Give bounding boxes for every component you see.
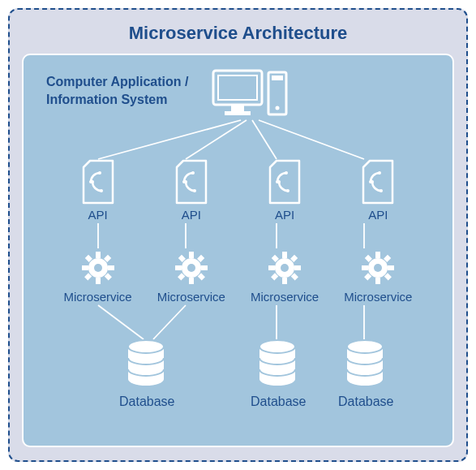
svg-point-6: [276, 106, 280, 110]
inner-panel: Computer Application / Information Syste…: [22, 54, 454, 447]
api-label: API: [368, 208, 388, 222]
svg-rect-47: [189, 278, 194, 284]
svg-line-7: [98, 120, 241, 159]
api-icon-row: [24, 159, 452, 205]
gear-icon: [147, 250, 236, 286]
svg-rect-38: [82, 265, 88, 270]
api-label: API: [182, 208, 201, 222]
svg-point-29: [285, 171, 288, 175]
api-icon: [147, 159, 236, 205]
svg-rect-48: [175, 265, 182, 270]
api-icon: [333, 159, 422, 205]
svg-rect-67: [375, 278, 380, 284]
svg-line-16: [153, 305, 186, 339]
svg-point-28: [277, 180, 281, 183]
svg-rect-58: [268, 265, 275, 270]
svg-rect-57: [282, 278, 287, 284]
svg-point-34: [380, 189, 383, 192]
svg-point-44: [94, 264, 102, 272]
microservice-label: Microservice: [344, 290, 412, 304]
svg-point-64: [281, 264, 289, 272]
database-icon: [124, 339, 168, 393]
svg-rect-3: [225, 111, 251, 115]
svg-point-24: [184, 180, 187, 183]
microservice-label: Microservice: [64, 290, 132, 304]
gear-icon: [54, 250, 143, 286]
database-icon: [343, 339, 387, 393]
outer-panel: Microservice Architecture Computer Appli…: [8, 8, 468, 462]
svg-line-8: [186, 120, 247, 159]
microservice-label: Microservice: [157, 290, 225, 304]
svg-rect-5: [272, 75, 283, 80]
svg-rect-59: [294, 265, 301, 270]
api-icon: [240, 159, 329, 205]
gear-icon: [333, 250, 422, 286]
microservice-label-row: Microservice Microservice Microservice M…: [24, 290, 452, 304]
svg-line-10: [259, 120, 364, 159]
svg-line-9: [252, 120, 277, 159]
database-icon: [255, 339, 299, 393]
svg-rect-1: [218, 75, 257, 100]
svg-point-21: [98, 171, 101, 175]
svg-rect-49: [201, 265, 208, 270]
svg-point-22: [100, 189, 103, 192]
svg-point-33: [378, 171, 381, 175]
svg-rect-69: [388, 265, 394, 270]
microservice-label: Microservice: [251, 290, 319, 304]
svg-rect-66: [375, 252, 380, 258]
svg-point-30: [286, 189, 289, 192]
api-label: API: [275, 208, 294, 222]
gear-icon: [240, 250, 329, 286]
svg-rect-39: [108, 265, 114, 270]
api-label: API: [88, 208, 108, 222]
database-label: Database: [251, 395, 307, 409]
svg-rect-56: [282, 252, 287, 258]
gear-icon-row: [24, 250, 452, 286]
database-label: Database: [119, 395, 175, 409]
computer-icon: [210, 67, 291, 120]
svg-point-74: [374, 264, 382, 272]
svg-line-15: [98, 305, 144, 339]
database-label: Database: [338, 395, 394, 409]
svg-point-25: [191, 171, 195, 175]
svg-point-26: [193, 189, 196, 192]
svg-rect-68: [362, 265, 368, 270]
svg-rect-2: [231, 105, 244, 111]
svg-rect-46: [189, 252, 194, 258]
api-label-row: API API API API: [24, 208, 452, 222]
svg-rect-37: [96, 278, 101, 284]
svg-point-32: [371, 180, 374, 183]
svg-rect-36: [96, 252, 101, 258]
application-label: Computer Application / Information Syste…: [46, 73, 200, 108]
api-icon: [54, 159, 143, 205]
svg-point-54: [187, 264, 195, 272]
svg-point-20: [91, 180, 94, 183]
diagram-title: Microservice Architecture: [22, 23, 454, 44]
